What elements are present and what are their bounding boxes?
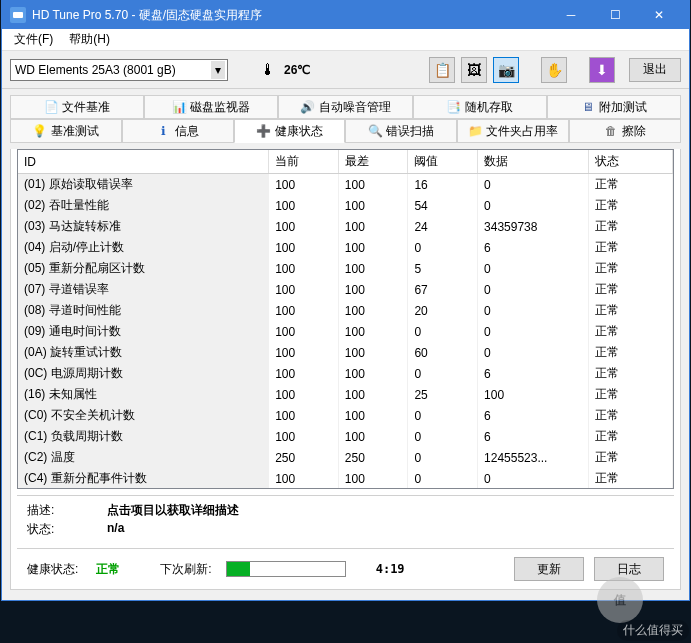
cell-thr: 0 [408, 468, 478, 489]
tab-文件夹占用率[interactable]: 📁文件夹占用率 [457, 119, 569, 143]
cell-thr: 0 [408, 237, 478, 258]
tab-label: 磁盘监视器 [190, 99, 250, 116]
column-header[interactable]: 状态 [589, 150, 673, 174]
description-area: 描述: 点击项目以获取详细描述 状态: n/a [17, 495, 674, 548]
table-row[interactable]: (0A) 旋转重试计数100100600正常 [18, 342, 673, 363]
table-row[interactable]: (02) 吞吐量性能100100540正常 [18, 195, 673, 216]
cell-thr: 54 [408, 195, 478, 216]
table-row[interactable]: (08) 寻道时间性能100100200正常 [18, 300, 673, 321]
cell-status: 正常 [589, 363, 673, 384]
tab-icon: ℹ [157, 124, 171, 138]
cell-id: (0C) 电源周期计数 [18, 363, 269, 384]
smart-table-container[interactable]: ID当前最差阈值数据状态 (01) 原始读取错误率100100160正常(02)… [17, 149, 674, 489]
copy-info-button[interactable]: 📋 [429, 57, 455, 83]
cell-worst: 100 [338, 216, 408, 237]
tab-label: 基准测试 [51, 123, 99, 140]
update-button[interactable]: 更新 [514, 557, 584, 581]
menu-file[interactable]: 文件(F) [6, 29, 61, 50]
column-header[interactable]: 当前 [269, 150, 339, 174]
tab-错误扫描[interactable]: 🔍错误扫描 [345, 119, 457, 143]
cell-cur: 100 [269, 342, 339, 363]
cell-thr: 24 [408, 216, 478, 237]
tab-擦除[interactable]: 🗑擦除 [569, 119, 681, 143]
cell-worst: 100 [338, 468, 408, 489]
tab-信息[interactable]: ℹ信息 [122, 119, 234, 143]
minimize-button[interactable]: ─ [549, 1, 593, 29]
tab-label: 健康状态 [275, 123, 323, 140]
drive-select[interactable]: WD Elements 25A3 (8001 gB) ▾ [10, 59, 228, 81]
cell-cur: 100 [269, 426, 339, 447]
cell-status: 正常 [589, 321, 673, 342]
tab-icon: 💡 [33, 124, 47, 138]
cell-worst: 100 [338, 279, 408, 300]
table-row[interactable]: (04) 启动/停止计数10010006正常 [18, 237, 673, 258]
table-row[interactable]: (07) 寻道错误率100100670正常 [18, 279, 673, 300]
column-header[interactable]: 数据 [478, 150, 589, 174]
toolbar: WD Elements 25A3 (8001 gB) ▾ 🌡 26℃ 📋 🖼 📷… [2, 51, 689, 89]
tab-健康状态[interactable]: ➕健康状态 [234, 119, 346, 143]
minimize-tray-button[interactable]: ⬇ [589, 57, 615, 83]
copy-screenshot-button[interactable]: 🖼 [461, 57, 487, 83]
menu-help[interactable]: 帮助(H) [61, 29, 118, 50]
screenshot-button[interactable]: 📷 [493, 57, 519, 83]
tab-label: 文件基准 [62, 99, 110, 116]
column-header[interactable]: 阈值 [408, 150, 478, 174]
table-row[interactable]: (09) 通电时间计数10010000正常 [18, 321, 673, 342]
cell-status: 正常 [589, 216, 673, 237]
cell-status: 正常 [589, 279, 673, 300]
maximize-button[interactable]: ☐ [593, 1, 637, 29]
options-button[interactable]: ✋ [541, 57, 567, 83]
cell-id: (16) 未知属性 [18, 384, 269, 405]
cell-thr: 60 [408, 342, 478, 363]
status-label: 状态: [27, 521, 107, 538]
titlebar[interactable]: HD Tune Pro 5.70 - 硬盘/固态硬盘实用程序 ─ ☐ ✕ [2, 1, 689, 29]
cell-status: 正常 [589, 405, 673, 426]
table-row[interactable]: (05) 重新分配扇区计数10010050正常 [18, 258, 673, 279]
refresh-progress [226, 561, 346, 577]
cell-thr: 20 [408, 300, 478, 321]
cell-worst: 100 [338, 342, 408, 363]
table-row[interactable]: (C2) 温度250250012455523...正常 [18, 447, 673, 468]
cell-status: 正常 [589, 342, 673, 363]
table-row[interactable]: (C0) 不安全关机计数10010006正常 [18, 405, 673, 426]
cell-worst: 100 [338, 174, 408, 196]
cell-worst: 250 [338, 447, 408, 468]
cell-id: (02) 吞吐量性能 [18, 195, 269, 216]
log-button[interactable]: 日志 [594, 557, 664, 581]
cell-thr: 0 [408, 447, 478, 468]
tab-附加测试[interactable]: 🖥附加测试 [547, 95, 681, 119]
cell-data: 34359738 [478, 216, 589, 237]
cell-status: 正常 [589, 258, 673, 279]
table-row[interactable]: (C4) 重新分配事件计数10010000正常 [18, 468, 673, 489]
cell-cur: 100 [269, 384, 339, 405]
cell-thr: 67 [408, 279, 478, 300]
cell-id: (09) 通电时间计数 [18, 321, 269, 342]
tab-基准测试[interactable]: 💡基准测试 [10, 119, 122, 143]
tab-文件基准[interactable]: 📄文件基准 [10, 95, 144, 119]
cell-status: 正常 [589, 468, 673, 489]
watermark-text: 什么值得买 [617, 620, 689, 641]
cell-worst: 100 [338, 363, 408, 384]
tab-磁盘监视器[interactable]: 📊磁盘监视器 [144, 95, 278, 119]
cell-cur: 100 [269, 405, 339, 426]
tab-随机存取[interactable]: 📑随机存取 [413, 95, 547, 119]
cell-data: 0 [478, 195, 589, 216]
cell-status: 正常 [589, 447, 673, 468]
menubar: 文件(F) 帮助(H) [2, 29, 689, 51]
table-row[interactable]: (01) 原始读取错误率100100160正常 [18, 174, 673, 196]
tab-自动噪音管理[interactable]: 🔊自动噪音管理 [278, 95, 412, 119]
cell-id: (C2) 温度 [18, 447, 269, 468]
cell-data: 0 [478, 321, 589, 342]
close-button[interactable]: ✕ [637, 1, 681, 29]
exit-button[interactable]: 退出 [629, 58, 681, 82]
cell-data: 0 [478, 468, 589, 489]
tab-icon: 📊 [172, 100, 186, 114]
column-header[interactable]: ID [18, 150, 269, 174]
table-row[interactable]: (03) 马达旋转标准1001002434359738正常 [18, 216, 673, 237]
table-row[interactable]: (C1) 负载周期计数10010006正常 [18, 426, 673, 447]
cell-cur: 100 [269, 321, 339, 342]
cell-thr: 0 [408, 363, 478, 384]
table-row[interactable]: (0C) 电源周期计数10010006正常 [18, 363, 673, 384]
table-row[interactable]: (16) 未知属性10010025100正常 [18, 384, 673, 405]
column-header[interactable]: 最差 [338, 150, 408, 174]
